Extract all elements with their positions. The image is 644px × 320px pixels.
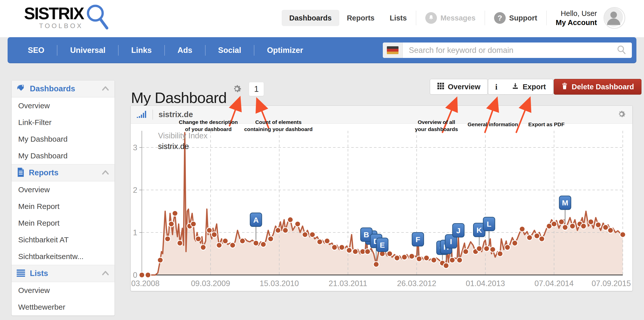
sidebar-section-label: Reports [29,168,97,177]
data-point-marker [570,223,575,229]
module-nav-ads[interactable]: Ads [165,46,205,55]
event-pin-label: A [253,216,259,224]
sidebar-item-my-dashboard[interactable]: My Dashboard [12,131,115,147]
chart-panel-header: sistrix.de [131,106,632,124]
event-pin-label: F [416,235,420,244]
divider [485,11,485,25]
search-icon[interactable] [617,45,626,56]
module-nav-optimizer[interactable]: Optimizer [254,46,316,55]
edit-dashboard-gear-icon[interactable] [232,83,242,95]
event-pin-L[interactable]: L [483,217,495,231]
event-pin-A[interactable]: A [250,213,262,227]
info-button[interactable]: i [488,79,505,95]
event-pin-F[interactable]: F [412,232,424,246]
module-nav-universal[interactable]: Universal [57,46,118,55]
tab-lists[interactable]: Lists [382,10,414,26]
event-pin-J[interactable]: J [453,224,464,237]
module-nav-links[interactable]: Links [119,46,164,55]
data-point-marker [409,253,414,259]
event-pin-label: B [364,230,369,239]
data-point-marker [551,221,557,227]
sidebar-item-overview[interactable]: Overview [12,282,115,299]
data-point-marker [339,245,345,250]
data-point-marker [253,240,259,246]
module-nav: SEOUniversalLinksAdsSocialOptimizer [8,45,316,56]
country-selector[interactable] [383,42,403,58]
data-point-marker [424,255,429,261]
search-input[interactable] [403,46,617,55]
module-nav-seo[interactable]: SEO [15,46,57,55]
sidebar-item-overview[interactable]: Overview [12,97,115,114]
data-point-marker [416,256,422,262]
data-point-marker [581,223,586,229]
data-point-marker [165,236,170,242]
data-point-marker [484,246,489,251]
sidebar-item-my-dashboard[interactable]: My Dashboard [12,147,115,164]
event-pin-E[interactable]: E [376,238,388,252]
page-title: My Dashboard [131,89,227,106]
sidebar-section-header-reports[interactable]: Reports [12,164,115,181]
data-point-marker [172,210,178,216]
my-account-link: My Account [556,18,597,27]
x-tick-label: 26.03.2012 [397,279,436,288]
sidebar-section-label: Lists [30,269,97,278]
data-point-marker [588,219,594,225]
user-greeting[interactable]: Hello, User My Account [556,9,597,27]
data-point-marker [497,251,503,257]
sidebar-section-header-lists[interactable]: Lists [12,265,115,282]
sidebar-section-header-dashboards[interactable]: Dashboards [12,80,115,97]
chart-settings-gear-icon[interactable] [617,109,626,120]
sidebar-item-mein-report[interactable]: Mein Report [12,198,115,215]
data-point-marker [476,246,482,251]
chevron-up-icon[interactable] [101,85,109,92]
sistrix-logo[interactable]: SISTRIX TOOLBOX [24,5,110,33]
tab-messages[interactable]: Messages [418,10,483,26]
data-point-marker [559,219,564,225]
tab-support[interactable]: ? Support [486,10,545,26]
top-header: SISTRIX TOOLBOX Dashboards Reports Lists… [0,0,644,37]
export-button[interactable]: Export [504,79,553,95]
event-pin-label: L [487,220,491,228]
data-point-marker [195,236,201,242]
sidebar-item-sichtbarkeitsentw-[interactable]: Sichtbarkeitsentw... [12,248,115,265]
chevron-up-icon[interactable] [101,169,109,176]
greeting-text: Hello, User [556,9,597,18]
data-point-marker [283,228,288,233]
overview-button[interactable]: Overview [430,79,488,95]
legend-domain-label: sistrix.de [158,142,189,151]
chevron-up-icon[interactable] [101,270,109,277]
tab-dashboards[interactable]: Dashboards [282,10,339,26]
module-nav-social[interactable]: Social [206,46,254,55]
tab-reports[interactable]: Reports [339,10,382,26]
search-bar [383,42,632,58]
sidebar-section-dashboards: DashboardsOverviewLink-FilterMy Dashboar… [12,80,115,164]
delete-dashboard-button[interactable]: Delete Dashboard [554,79,641,95]
sidebar-item-mein-report[interactable]: Mein Report [12,215,115,231]
data-point-marker [394,255,400,261]
data-point-marker [562,225,568,230]
trash-icon [561,82,568,92]
question-icon: ? [494,12,506,24]
module-bar: SEOUniversalLinksAdsSocialOptimizer [8,37,636,63]
data-point-marker [201,245,206,250]
sidebar-item-link-filter[interactable]: Link-Filter [12,114,115,131]
data-point-marker [260,242,266,247]
sidebar-item-overview[interactable]: Overview [12,181,115,198]
sidebar-item-wettbewerber[interactable]: Wettbewerber [12,299,115,315]
x-tick-label: 03.2008 [131,279,160,288]
data-point-marker [240,238,245,244]
data-point-marker [211,232,217,237]
x-tick-label: 09.03.2009 [191,279,230,288]
info-icon: i [495,82,498,92]
sidebar-section-reports: ReportsOverviewMein ReportMein ReportSic… [12,164,115,265]
visibility-index-chart[interactable]: 012303.200809.03.200915.03.201021.03.201… [131,124,632,291]
x-tick-label: 21.03.2011 [329,279,367,288]
data-point-marker [275,228,281,233]
sidebar: DashboardsOverviewLink-FilterMy Dashboar… [11,80,115,316]
list-icon [17,269,26,278]
data-point-marker [346,248,352,253]
sidebar-item-sichtbarkeit-at[interactable]: Sichtbarkeit AT [12,231,115,248]
event-pin-M[interactable]: M [559,196,571,209]
data-point-marker [332,245,337,250]
avatar[interactable] [604,7,625,29]
